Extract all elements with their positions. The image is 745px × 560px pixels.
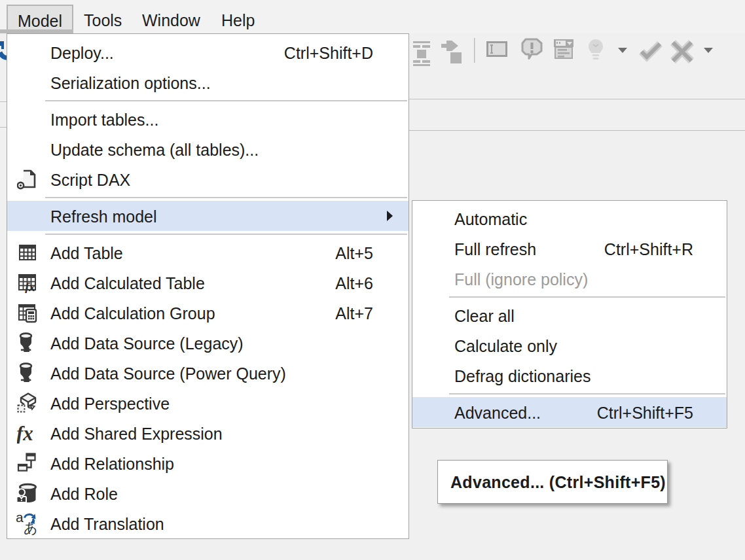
svg-text:あ: あ [24, 520, 38, 536]
svg-text:fx: fx [17, 423, 33, 444]
svg-text:fx: fx [25, 280, 35, 293]
svg-text:a: a [16, 510, 24, 525]
